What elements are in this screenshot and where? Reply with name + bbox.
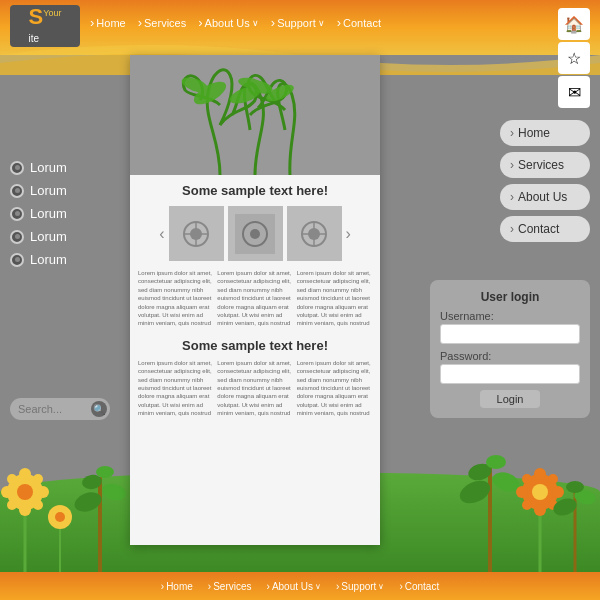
left-menu-item-2[interactable]: Lorum xyxy=(10,183,67,198)
svg-point-36 xyxy=(100,481,127,503)
lorem-row-1: Lorem ipsum dolor sit amet, consectetuar… xyxy=(130,265,380,332)
bottom-nav-home[interactable]: Home xyxy=(161,581,193,592)
svg-point-33 xyxy=(55,512,65,522)
svg-point-47 xyxy=(534,468,546,480)
right-nav: Home Services About Us Contact xyxy=(500,120,590,242)
right-nav-home[interactable]: Home xyxy=(500,120,590,146)
content-heading-2: Some sample text here! xyxy=(130,332,380,355)
svg-point-30 xyxy=(7,500,17,510)
logo-letter: S xyxy=(29,6,44,28)
lorem-block-5: Lorem ipsum dolor sit amet, consectetuar… xyxy=(217,359,292,418)
svg-point-24 xyxy=(19,504,31,516)
right-nav-contact[interactable]: Contact xyxy=(500,216,590,242)
svg-point-52 xyxy=(522,474,532,484)
left-menu-label-4: Lorum xyxy=(30,229,67,244)
password-input[interactable] xyxy=(440,364,580,384)
lorem-row-2: Lorem ipsum dolor sit amet, consectetuar… xyxy=(130,355,380,422)
right-nav-about[interactable]: About Us xyxy=(500,184,590,210)
nav-contact[interactable]: Contact xyxy=(337,15,381,30)
prev-arrow[interactable]: ‹ xyxy=(159,225,164,243)
left-menu-label-5: Lorum xyxy=(30,252,67,267)
lorem-block-4: Lorem ipsum dolor sit amet, consectetuar… xyxy=(138,359,213,418)
right-nav-services[interactable]: Services xyxy=(500,152,590,178)
svg-point-43 xyxy=(486,455,506,469)
mail-icon-btn[interactable]: ✉ xyxy=(558,76,590,108)
left-menu: Lorum Lorum Lorum Lorum Lorum xyxy=(10,160,67,275)
lorem-block-1: Lorem ipsum dolor sit amet, consectetuar… xyxy=(138,269,213,328)
left-menu-item-4[interactable]: Lorum xyxy=(10,229,67,244)
left-menu-item-3[interactable]: Lorum xyxy=(10,206,67,221)
bottom-nav-support[interactable]: Support xyxy=(336,581,384,592)
svg-point-25 xyxy=(37,486,49,498)
svg-point-49 xyxy=(552,486,564,498)
nav-about[interactable]: About Us xyxy=(198,15,259,30)
thumbnail-1[interactable] xyxy=(169,206,224,261)
svg-point-14 xyxy=(250,229,260,239)
nav-home[interactable]: Home xyxy=(90,15,126,30)
login-button[interactable]: Login xyxy=(480,390,540,408)
right-icon-panel: 🏠 ☆ ✉ xyxy=(558,8,590,108)
thumbnail-2[interactable] xyxy=(228,206,283,261)
username-input[interactable] xyxy=(440,324,580,344)
left-menu-label-2: Lorum xyxy=(30,183,67,198)
lorem-block-6: Lorem ipsum dolor sit amet, consectetuar… xyxy=(297,359,372,418)
site-logo[interactable]: S Your ite xyxy=(10,5,80,47)
svg-point-27 xyxy=(33,474,43,484)
password-label: Password: xyxy=(440,350,580,362)
svg-point-58 xyxy=(566,481,584,493)
username-label: Username: xyxy=(440,310,580,322)
svg-point-23 xyxy=(19,468,31,480)
search-container: 🔍 xyxy=(10,398,110,420)
svg-point-46 xyxy=(532,484,548,500)
bottom-nav-about[interactable]: About Us xyxy=(267,581,321,592)
bottom-nav: Home Services About Us Support Contact xyxy=(0,572,600,600)
logo-sub: ite xyxy=(29,33,40,44)
svg-point-29 xyxy=(33,500,43,510)
svg-point-54 xyxy=(522,500,532,510)
left-menu-item-5[interactable]: Lorum xyxy=(10,252,67,267)
main-content-panel: Some sample text here! ‹ xyxy=(130,55,380,545)
login-title: User login xyxy=(440,290,580,304)
bottom-nav-contact[interactable]: Contact xyxy=(399,581,439,592)
user-login-panel: User login Username: Password: Login xyxy=(430,280,590,418)
search-button[interactable]: 🔍 xyxy=(91,401,107,417)
left-menu-label-3: Lorum xyxy=(30,206,67,221)
top-navigation: Home Services About Us Support Contact xyxy=(90,15,381,30)
svg-point-28 xyxy=(7,474,17,484)
left-menu-label-1: Lorum xyxy=(30,160,67,175)
nav-services[interactable]: Services xyxy=(138,15,187,30)
left-menu-item-1[interactable]: Lorum xyxy=(10,160,67,175)
thumbnail-3[interactable] xyxy=(287,206,342,261)
star-icon-btn[interactable]: ☆ xyxy=(558,42,590,74)
bottom-nav-services[interactable]: Services xyxy=(208,581,252,592)
content-heading-1: Some sample text here! xyxy=(130,175,380,202)
lorem-block-2: Lorem ipsum dolor sit amet, consectetuar… xyxy=(217,269,292,328)
svg-point-50 xyxy=(516,486,528,498)
hero-image xyxy=(130,55,380,175)
nav-support[interactable]: Support xyxy=(271,15,325,30)
svg-point-22 xyxy=(17,484,33,500)
next-arrow[interactable]: › xyxy=(346,225,351,243)
lorem-block-3: Lorem ipsum dolor sit amet, consectetuar… xyxy=(297,269,372,328)
svg-point-48 xyxy=(534,504,546,516)
svg-point-38 xyxy=(96,466,114,478)
svg-point-51 xyxy=(548,474,558,484)
logo-tagline: Your xyxy=(43,8,61,18)
home-icon-btn[interactable]: 🏠 xyxy=(558,8,590,40)
thumbnail-row: ‹ › xyxy=(130,202,380,265)
svg-point-26 xyxy=(1,486,13,498)
